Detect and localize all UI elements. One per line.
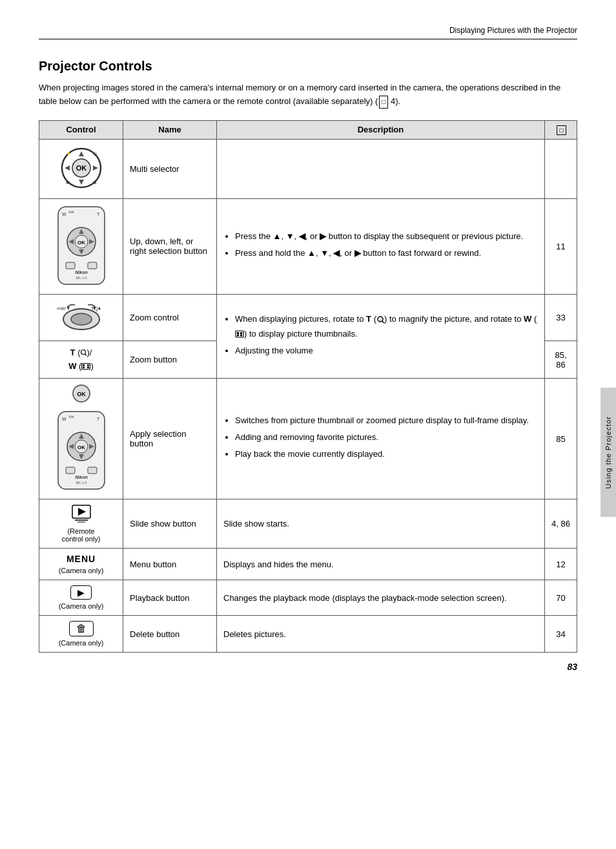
svg-rect-44 [87,364,89,366]
svg-text:OK: OK [77,445,85,450]
remote-control-icon-2: W Vol T OK Nikon ML-L5 [53,409,110,492]
svg-rect-23 [88,262,97,269]
desc-multi-selector [217,139,545,198]
svg-rect-39 [240,335,242,337]
svg-rect-36 [237,332,239,334]
svg-text:◎: ◎ [93,151,97,156]
desc-menu: Displays and hides the menu. [217,549,545,580]
svg-marker-6 [93,165,98,171]
ref-delete: 34 [545,616,577,653]
table-row: ▶ (Camera only) Playback button Changes … [39,580,577,616]
control-multi-selector: OK ⚡ ◎ ▣ ▣ [39,139,123,198]
page-number: 83 [567,662,577,672]
col-header-control: Control [39,120,123,139]
table-row: W Vol T OK [39,198,577,294]
control-zoom: ∞W TQ♦ [39,294,123,341]
svg-text:ML-L5: ML-L5 [76,276,87,280]
section-title: Projector Controls [39,59,577,74]
control-remote: W Vol T OK [39,198,123,294]
svg-text:∞W: ∞W [57,306,66,311]
svg-text:ML-L5: ML-L5 [76,481,87,485]
svg-rect-46 [87,367,89,369]
svg-text:Nikon: Nikon [75,270,87,275]
control-zoom-button: T ()/ W () [39,341,123,379]
svg-rect-60 [66,467,75,474]
desc-direction: Press the ▲, ▼, ◀, or ▶ button to displa… [217,198,545,294]
multi-selector-icon: OK ⚡ ◎ ▣ ▣ [58,145,105,191]
svg-rect-45 [83,367,85,369]
col-header-desc: Description [217,120,545,139]
svg-text:▣: ▣ [93,180,97,184]
control-slide: (Remotecontrol only) [39,499,123,549]
col-header-ref: □ [545,120,577,139]
desc-slide: Slide show starts. [217,499,545,549]
ref-direction: 11 [545,198,577,294]
desc-delete: Deletes pictures. [217,616,545,653]
svg-marker-3 [79,151,84,156]
zoom-control-icon: ∞W TQ♦ [56,300,107,333]
svg-text:OK: OK [77,391,86,397]
side-tab: Using the Projector [601,388,616,517]
svg-marker-5 [65,165,70,171]
svg-point-40 [81,350,86,355]
svg-rect-42 [82,364,90,370]
svg-text:▣: ▣ [66,180,70,184]
svg-text:⚡: ⚡ [66,151,72,156]
svg-rect-37 [240,332,242,334]
svg-text:+: + [379,318,381,322]
table-row: ∞W TQ♦ Zoom control When [39,294,577,341]
remote-control-icon: W Vol T OK [53,204,110,287]
intro-text: When projecting images stored in the cam… [39,81,577,109]
table-row: MENU (Camera only) Menu button Displays … [39,549,577,580]
desc-apply: Switches from picture thumbnail or zoome… [217,379,545,499]
table-row: 🗑 (Camera only) Delete button Deletes pi… [39,616,577,653]
control-apply: OK W Vol T OK [39,379,123,499]
svg-text:OK: OK [76,164,87,172]
ok-button-icon: OK [72,384,91,403]
table-row: OK W Vol T OK [39,379,577,499]
svg-rect-43 [83,364,85,366]
svg-line-33 [382,321,384,323]
name-apply: Apply selection button [123,379,217,499]
name-menu: Menu button [123,549,217,580]
control-playback: ▶ (Camera only) [39,580,123,616]
svg-marker-4 [79,180,84,185]
svg-text:T: T [97,417,100,421]
desc-playback: Changes the playback mode (displays the … [217,580,545,616]
svg-text:Vol: Vol [68,210,74,214]
svg-text:Vol: Vol [68,415,74,419]
svg-rect-22 [66,262,75,269]
svg-text:OK: OK [77,240,85,246]
name-delete: Delete button [123,616,217,653]
control-menu: MENU (Camera only) [39,549,123,580]
svg-text:W: W [62,212,67,216]
svg-text:W: W [62,417,67,421]
header-title: Displaying Pictures with the Projector [449,26,577,35]
svg-text:T: T [97,212,100,216]
control-delete: 🗑 (Camera only) [39,616,123,653]
ref-playback: 70 [545,580,577,616]
col-header-name: Name [123,120,217,139]
ref-zoom-control: 33 [545,294,577,341]
desc-zoom: When displaying pictures, rotate to T (+… [217,294,545,379]
name-multi-selector: Multi selector [123,139,217,198]
ref-zoom-button: 85, 86 [545,341,577,379]
name-slide: Slide show button [123,499,217,549]
name-zoom-control: Zoom control [123,294,217,341]
side-tab-label: Using the Projector [604,416,612,489]
svg-point-29 [71,313,92,325]
controls-table: Control Name Description □ OK [39,120,577,653]
ref-apply: 85 [545,379,577,499]
table-row: (Remotecontrol only) Slide show button S… [39,499,577,549]
svg-rect-61 [88,467,97,474]
ref-multi-selector [545,139,577,198]
table-row: OK ⚡ ◎ ▣ ▣ [39,139,577,198]
name-zoom-button: Zoom button [123,341,217,379]
ref-menu: 12 [545,549,577,580]
svg-rect-35 [236,331,243,337]
name-playback: Playback button [123,580,217,616]
name-direction: Up, down, left, or right selection butto… [123,198,217,294]
page-header: Displaying Pictures with the Projector [39,26,577,39]
svg-marker-65 [78,508,86,516]
svg-text:Nikon: Nikon [75,475,87,479]
